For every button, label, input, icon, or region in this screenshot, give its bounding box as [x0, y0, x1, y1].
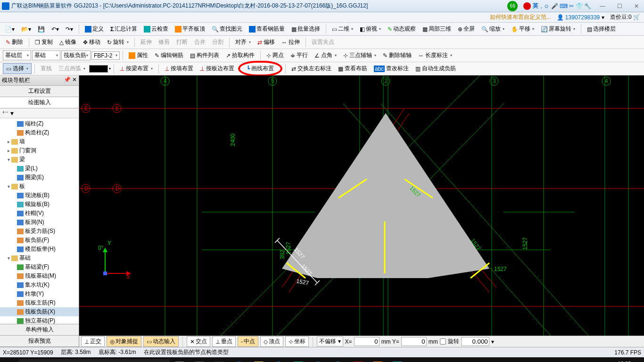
- redo-button[interactable]: ↷▾: [63, 25, 76, 33]
- ime-extra-icons[interactable]: , ☺ 🎤 ⌨ ✂ 👕 🔧: [540, 3, 591, 9]
- threeaux-button[interactable]: ⊹ 三点辅轴: [340, 50, 379, 60]
- ortho-toggle[interactable]: ⊥ 正交: [81, 336, 105, 347]
- bird-button[interactable]: ◧ 俯视: [357, 24, 384, 34]
- nav-mini-toolbar[interactable]: ⁺⁻ ▾: [0, 108, 79, 118]
- delaux-button[interactable]: ✎ 删除辅轴: [380, 50, 414, 60]
- tree-fabanjichu[interactable]: 筏板基础(M): [0, 272, 79, 280]
- pick-button[interactable]: ↗ 拾取构件: [223, 50, 257, 60]
- taskbar-search[interactable]: ◯ 在这里输入你要搜索的内容: [19, 359, 170, 362]
- snap-perp[interactable]: ⊥ 垂点: [212, 336, 236, 347]
- taskview-icon[interactable]: [170, 357, 190, 362]
- tree-menchuang[interactable]: ▸门窗洞: [0, 146, 79, 155]
- autoneg-button[interactable]: ▥ 自动生成负筋: [413, 64, 459, 74]
- flat-button[interactable]: 平齐板顶: [172, 24, 208, 34]
- start-button[interactable]: ⊞: [0, 357, 19, 362]
- osnap-toggle[interactable]: ◎ 对象捕捉: [107, 336, 141, 347]
- sogou-icon[interactable]: [523, 2, 531, 10]
- editsteel-button[interactable]: ✎ 编辑钢筋: [152, 50, 186, 60]
- batch-button[interactable]: ▦ 批量选择: [289, 24, 323, 34]
- app-blue-icon[interactable]: [328, 357, 348, 362]
- app-red-icon[interactable]: [348, 357, 368, 362]
- tree-loucengban[interactable]: 楼层板带(H): [0, 245, 79, 254]
- cloudcheck-button[interactable]: 云检查: [141, 24, 171, 34]
- drawing-canvas[interactable]: 4 5 2 3 4 E E D D 2400 1527 1527: [79, 75, 644, 336]
- category-select[interactable]: 基础: [32, 50, 60, 60]
- dynview-button[interactable]: ✎ 动态观察: [385, 24, 419, 34]
- align-button[interactable]: 对齐: [232, 37, 254, 47]
- tree-fabanfujin[interactable]: 筏板负筋(X): [0, 307, 79, 316]
- rotate-checkbox[interactable]: [440, 338, 446, 345]
- selectfloor-button[interactable]: ▤ 选择楼层: [584, 24, 619, 34]
- zoom-button[interactable]: 🔍 缩放: [479, 24, 507, 34]
- snap-mid[interactable]: ◦ 中点: [238, 336, 258, 347]
- tree-zhudun[interactable]: 柱墩(Y): [0, 289, 79, 298]
- ime-mode[interactable]: 英: [533, 2, 538, 10]
- parallel-button[interactable]: ≑ 平行: [288, 50, 311, 60]
- rotate-input[interactable]: [461, 337, 489, 346]
- byslab-button[interactable]: ⊥ 按板边布置: [197, 64, 237, 74]
- twod-button[interactable]: ▭ 二维: [329, 24, 356, 34]
- snap-vertex[interactable]: ◇ 顶点: [260, 336, 283, 347]
- nav-pin-icon[interactable]: 📌 ✕: [64, 76, 77, 84]
- define-button[interactable]: 定义: [82, 24, 107, 34]
- member-select[interactable]: FBFJ-2: [91, 51, 120, 60]
- maximize-button[interactable]: ☐: [614, 3, 625, 9]
- tree-qiang[interactable]: ▸墙: [0, 137, 79, 146]
- angle-button[interactable]: ∠ 点角: [312, 50, 339, 60]
- delete-button[interactable]: ✎删除: [3, 37, 26, 47]
- tree-xianjiao[interactable]: 现浇板(B): [0, 191, 79, 200]
- local3d-button[interactable]: ▦ 局部三维: [420, 24, 454, 34]
- swap-button[interactable]: ⇄ 交换左右标注: [289, 64, 334, 74]
- app-orange-icon[interactable]: [368, 357, 388, 362]
- memberlist-button[interactable]: ▤ 构件列表: [187, 50, 222, 60]
- attr-button[interactable]: 属性: [126, 50, 151, 60]
- tree-banfujin[interactable]: 板负筋(F): [0, 236, 79, 245]
- ie-icon[interactable]: [229, 357, 249, 362]
- mirror-button[interactable]: △ 镜像: [57, 37, 79, 47]
- tree-liang[interactable]: 梁(L): [0, 164, 79, 173]
- tree-gouzhuzhu[interactable]: 构造柱(Z): [0, 128, 79, 137]
- open-button[interactable]: 📂▾: [18, 25, 34, 33]
- notification-bubble[interactable]: 66: [507, 1, 518, 11]
- y-input[interactable]: [401, 337, 427, 346]
- user-box[interactable]: 👤 13907298339 ▾: [557, 14, 604, 21]
- find-button[interactable]: 🔍 查找图元: [209, 24, 245, 34]
- tab-report[interactable]: 报表预览: [0, 336, 79, 347]
- snap-coord[interactable]: ⊹ 坐标: [285, 336, 309, 347]
- tree-shoulijin[interactable]: 板受力筋(S): [0, 227, 79, 236]
- x-input[interactable]: [354, 337, 380, 346]
- snap-cross[interactable]: ✕ 交点: [187, 336, 210, 347]
- dyn-toggle[interactable]: ▭ 动态输入: [143, 336, 179, 347]
- ie2-icon[interactable]: [308, 357, 328, 362]
- floor-select[interactable]: 基础层: [3, 50, 31, 60]
- type-select[interactable]: 筏板负筋: [61, 50, 91, 60]
- color-swatch[interactable]: [89, 65, 108, 73]
- lendim-button[interactable]: ↔ 长度标注: [415, 50, 455, 60]
- tree-dulijichu[interactable]: 独立基础(P): [0, 316, 79, 324]
- tree-fabanzhujin[interactable]: 筏板主筋(R): [0, 298, 79, 307]
- tree-jichuliang[interactable]: 基础梁(F): [0, 263, 79, 272]
- tree-jishuikeng[interactable]: 集水坑(K): [0, 280, 79, 289]
- app-teal-icon[interactable]: [388, 357, 407, 362]
- tree-luoxuan[interactable]: 螺旋板(B): [0, 200, 79, 209]
- bybeam-button[interactable]: ⊥ 按梁布置: [117, 64, 156, 74]
- viewsteel-button[interactable]: 查看钢筋量: [246, 24, 288, 34]
- new-button[interactable]: 📄▾: [2, 25, 17, 33]
- app2-icon[interactable]: [209, 357, 229, 362]
- tree-liang-folder[interactable]: ▾梁: [0, 155, 79, 164]
- select-tool[interactable]: ▭ 选择: [3, 63, 32, 74]
- tab-project[interactable]: 工程设置: [0, 86, 79, 97]
- bywall-button[interactable]: ⊥ 按墙布置: [162, 64, 196, 74]
- offset-mode-select[interactable]: 不偏移 ▾: [317, 337, 343, 346]
- drawline-button[interactable]: ┗ 画线布置: [244, 64, 277, 74]
- tree-quanliang[interactable]: 圈梁(E): [0, 173, 79, 182]
- undo-button[interactable]: ↶▾: [49, 25, 62, 33]
- tab-single[interactable]: 单构件输入: [0, 324, 79, 336]
- save-button[interactable]: 💾: [35, 25, 48, 33]
- pan-button[interactable]: ✋ 平移: [508, 24, 537, 34]
- store-icon[interactable]: [289, 357, 308, 362]
- tree-zhumao[interactable]: 柱帽(V): [0, 209, 79, 218]
- viewlay-button[interactable]: ▦ 查看布筋: [335, 64, 370, 74]
- app1-icon[interactable]: [190, 357, 209, 362]
- screenrot-button[interactable]: 🔄 屏幕旋转: [538, 24, 578, 34]
